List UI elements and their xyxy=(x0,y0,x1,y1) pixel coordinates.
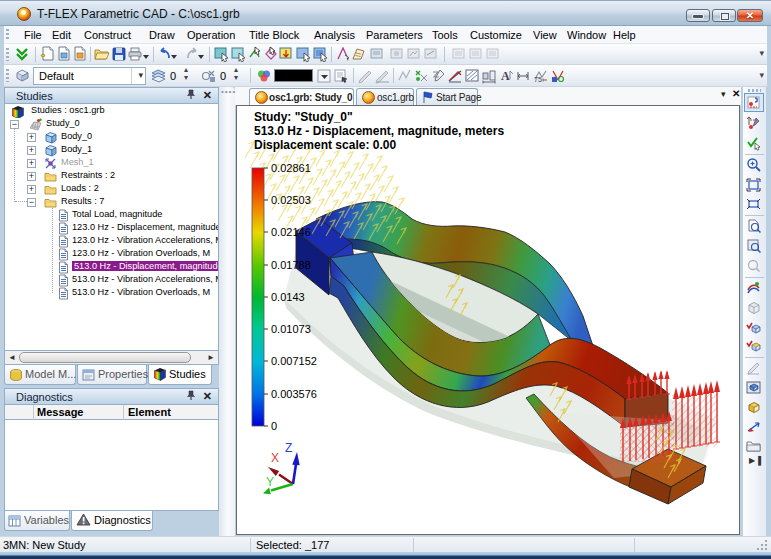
svg-text:0: 0 xyxy=(271,420,277,432)
svg-text:0.02861: 0.02861 xyxy=(271,162,311,174)
svg-text:Displacement scale: 0.00: Displacement scale: 0.00 xyxy=(254,138,396,152)
svg-text:0.01788: 0.01788 xyxy=(271,259,311,271)
svg-text:0.0143: 0.0143 xyxy=(271,291,305,303)
svg-text:Y: Y xyxy=(266,475,274,489)
svg-text:A: A xyxy=(501,69,510,83)
svg-text:0.003576: 0.003576 xyxy=(271,388,317,400)
svg-text:Z: Z xyxy=(285,441,292,455)
svg-text:X: X xyxy=(271,451,279,465)
svg-text:0.007152: 0.007152 xyxy=(271,355,317,367)
svg-text:0.02146: 0.02146 xyxy=(271,226,311,238)
svg-text:0.02503: 0.02503 xyxy=(271,194,311,206)
svg-text:513.0 Hz - Displacement, magni: 513.0 Hz - Displacement, magnitude, mete… xyxy=(254,124,504,138)
svg-text:Study: "Study_0": Study: "Study_0" xyxy=(254,110,353,124)
svg-text:75: 75 xyxy=(534,76,542,83)
svg-text:0.01073: 0.01073 xyxy=(271,323,311,335)
